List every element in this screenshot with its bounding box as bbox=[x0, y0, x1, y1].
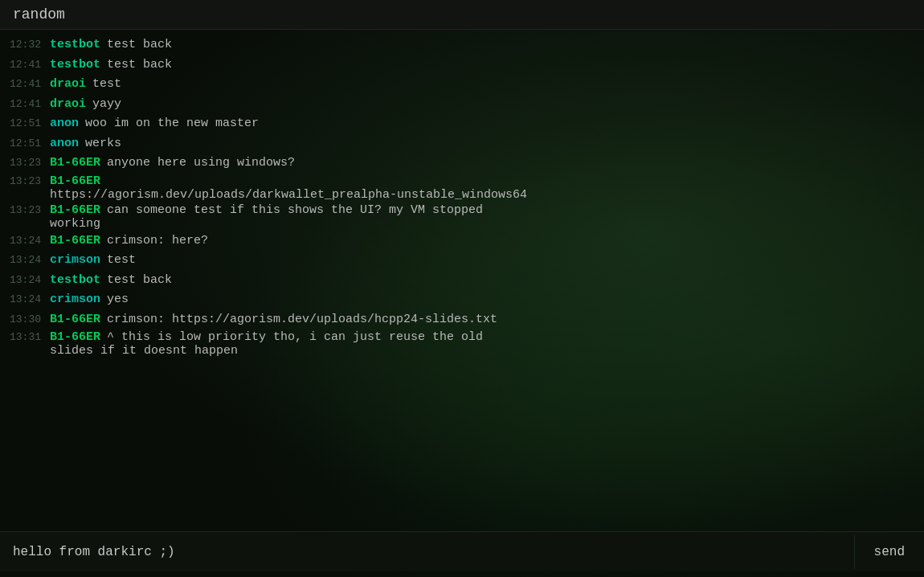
message-text: test bbox=[107, 252, 914, 270]
message-text: test bbox=[92, 76, 914, 94]
nick: crimson bbox=[50, 252, 100, 270]
chat-input[interactable] bbox=[0, 535, 854, 569]
message-text: crimson: https://agorism.dev/uploads/hcp… bbox=[107, 311, 914, 329]
message-text: yes bbox=[107, 291, 914, 309]
timestamp: 13:24 bbox=[10, 272, 43, 288]
message-text: test back bbox=[107, 272, 914, 290]
nick: B1-66ER bbox=[50, 232, 100, 251]
message-text: anyone here using windows? bbox=[107, 154, 914, 173]
message-text: woo im on the new master bbox=[85, 115, 914, 133]
message-text: yayy bbox=[92, 96, 914, 114]
channel-name: random bbox=[13, 6, 65, 23]
message-text: can someone test if this shows the UI? m… bbox=[107, 203, 914, 217]
message-continuation: slides if it doesnt happen bbox=[50, 344, 914, 358]
message-text: ^ this is low priority tho, i can just r… bbox=[107, 330, 914, 344]
list-item: 12:41 draoi yayy bbox=[10, 96, 914, 114]
timestamp: 13:23 bbox=[10, 154, 43, 171]
nick: anon bbox=[50, 115, 79, 133]
message-text: test back bbox=[107, 36, 914, 55]
nick: anon bbox=[50, 135, 79, 153]
list-item: 12:32 testbot test back bbox=[10, 36, 914, 55]
timestamp: 12:41 bbox=[10, 56, 43, 73]
message-continuation: working bbox=[50, 217, 914, 231]
timestamp: 12:51 bbox=[10, 135, 43, 152]
list-item: 13:23 B1-66ER https://agorism.dev/upload… bbox=[10, 174, 914, 202]
nick: draoi bbox=[50, 76, 86, 94]
list-item: 13:23 B1-66ER can someone test if this s… bbox=[10, 203, 914, 231]
list-item: 13:31 B1-66ER ^ this is low priority tho… bbox=[10, 330, 914, 358]
list-item: 13:24 B1-66ER crimson: here? bbox=[10, 232, 914, 251]
message-body: B1-66ER ^ this is low priority tho, i ca… bbox=[50, 330, 914, 358]
nick: testbot bbox=[50, 56, 100, 75]
nick: B1-66ER bbox=[50, 330, 100, 344]
list-item: 12:41 testbot test back bbox=[10, 56, 914, 75]
nick: testbot bbox=[50, 36, 100, 55]
message-body: B1-66ER https://agorism.dev/uploads/dark… bbox=[50, 174, 914, 202]
list-item: 13:24 crimson yes bbox=[10, 291, 914, 309]
list-item: 12:51 anon werks bbox=[10, 135, 914, 153]
nick: testbot bbox=[50, 272, 100, 290]
nick: B1-66ER bbox=[50, 174, 100, 188]
channel-header: random bbox=[0, 0, 924, 30]
send-button[interactable]: send bbox=[854, 535, 924, 569]
list-item: 13:24 crimson test bbox=[10, 252, 914, 270]
timestamp: 13:24 bbox=[10, 252, 43, 268]
nick: B1-66ER bbox=[50, 203, 100, 217]
timestamp: 12:41 bbox=[10, 96, 43, 113]
timestamp: 13:23 bbox=[10, 174, 43, 187]
timestamp: 13:24 bbox=[10, 232, 43, 249]
message-text: werks bbox=[85, 135, 914, 153]
list-item: 13:23 B1-66ER anyone here using windows? bbox=[10, 154, 914, 173]
nick: B1-66ER bbox=[50, 311, 100, 329]
timestamp: 12:51 bbox=[10, 115, 43, 132]
message-body: B1-66ER can someone test if this shows t… bbox=[50, 203, 914, 231]
message-text: https://agorism.dev/uploads/darkwallet_p… bbox=[50, 188, 914, 202]
nick: crimson bbox=[50, 291, 100, 309]
timestamp: 13:24 bbox=[10, 291, 43, 308]
list-item: 13:24 testbot test back bbox=[10, 272, 914, 290]
nick: draoi bbox=[50, 96, 86, 114]
timestamp: 12:32 bbox=[10, 36, 43, 53]
list-item: 13:30 B1-66ER crimson: https://agorism.d… bbox=[10, 311, 914, 329]
chat-messages: 12:32 testbot test back 12:41 testbot te… bbox=[0, 30, 924, 531]
input-area: send bbox=[0, 531, 924, 571]
nick: B1-66ER bbox=[50, 154, 100, 173]
timestamp: 13:30 bbox=[10, 311, 43, 328]
message-text: crimson: here? bbox=[107, 232, 914, 251]
timestamp: 12:41 bbox=[10, 76, 43, 92]
list-item: 12:41 draoi test bbox=[10, 76, 914, 94]
timestamp: 13:23 bbox=[10, 203, 43, 216]
timestamp: 13:31 bbox=[10, 330, 43, 343]
list-item: 12:51 anon woo im on the new master bbox=[10, 115, 914, 133]
message-text: test back bbox=[107, 56, 914, 75]
